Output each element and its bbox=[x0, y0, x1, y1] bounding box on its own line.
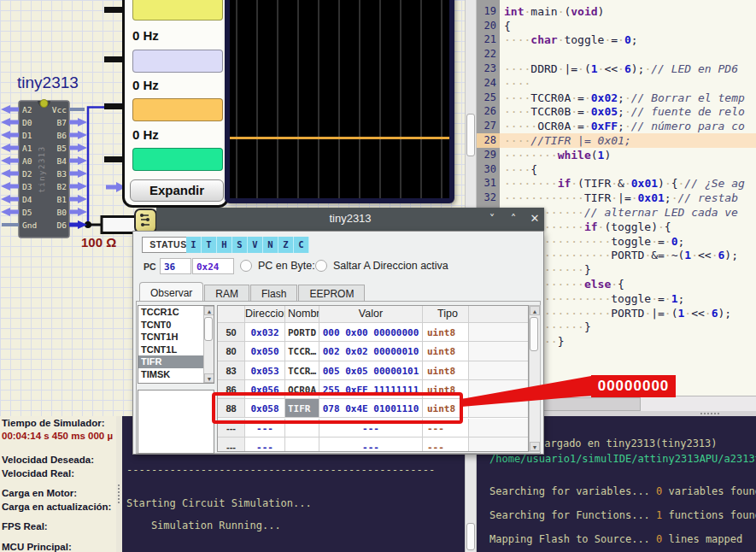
maximize-icon[interactable]: ˄ bbox=[506, 211, 521, 226]
register-list[interactable]: TCCR1CTCNT0TCNT1HTCNT1LTIFRTIMSKUBRRH ▲ … bbox=[138, 305, 214, 384]
code-line[interactable]: 24···· bbox=[477, 76, 756, 91]
log-line: ----------------------------------------… bbox=[126, 464, 435, 476]
probe-channel-bar[interactable] bbox=[132, 0, 223, 21]
table-row[interactable]: 860x056OCR0A255 0xFF 11111111uint8 bbox=[218, 380, 528, 399]
register-list-scrollbar[interactable]: ▲ ▼ bbox=[203, 306, 214, 383]
code-line[interactable]: 27·····OCR0A·=·0xFF;·// número para co bbox=[477, 119, 756, 133]
pin-d4[interactable]: D4 bbox=[1, 195, 32, 204]
value-cell: 255 0xFF 11111111 bbox=[319, 380, 423, 399]
register-item[interactable]: UBRRH bbox=[138, 381, 214, 384]
code-line[interactable]: 30····{ bbox=[477, 162, 756, 177]
flag-n[interactable]: N bbox=[263, 237, 278, 253]
tab-ram[interactable]: RAM bbox=[204, 285, 249, 302]
status-label: MCU Principal: bbox=[2, 542, 72, 552]
minimize-icon[interactable]: ˅ bbox=[484, 211, 500, 226]
register-item[interactable]: TCCR1C bbox=[138, 306, 214, 319]
pin-b7[interactable]: B7 bbox=[57, 118, 87, 127]
table-header-row: DireccionNombreValorTipo bbox=[218, 306, 528, 325]
pin-d6[interactable]: D6 bbox=[57, 220, 87, 230]
register-name-cell: TIFR bbox=[285, 399, 319, 418]
register-item[interactable]: TIFR bbox=[138, 355, 214, 368]
filler-cell bbox=[469, 419, 528, 437]
table-row[interactable]: ------------ bbox=[218, 437, 528, 452]
code-line[interactable]: 26····TCCR0B·=·0x05;·// fuente de relo bbox=[477, 104, 756, 119]
flag-t[interactable]: T bbox=[202, 237, 217, 253]
pc-hex-field[interactable]: 0x24 bbox=[192, 258, 234, 274]
wire-vcc[interactable] bbox=[88, 108, 105, 226]
tab-observar[interactable]: Observar bbox=[139, 282, 203, 302]
svg-text:A1: A1 bbox=[22, 144, 32, 153]
code-line[interactable]: 20{ bbox=[477, 19, 756, 33]
line-number: 22 bbox=[477, 47, 500, 62]
pin-b1[interactable]: B1 bbox=[57, 195, 87, 204]
status-label: FPS Real: bbox=[2, 521, 48, 531]
watch-table[interactable]: DireccionNombreValorTipo500x032PORTD000 … bbox=[217, 305, 529, 452]
code-line[interactable]: 31········if·(TIFR·&·0x01)·{·// ¿Se ag bbox=[477, 176, 756, 191]
flag-v[interactable]: V bbox=[248, 237, 263, 253]
code-line[interactable]: 25····TCCR0A·=·0x02;·// Borrar el temp bbox=[477, 91, 756, 105]
svg-text:D1: D1 bbox=[22, 131, 32, 140]
register-item[interactable]: TCNT1H bbox=[138, 331, 214, 344]
flag-z[interactable]: Z bbox=[278, 237, 294, 253]
tab-eeprom[interactable]: EEPROM bbox=[298, 285, 365, 302]
scrollbar-thumb[interactable] bbox=[466, 114, 475, 156]
pc-bytes-radio-label[interactable]: PC en Byte: bbox=[258, 260, 315, 272]
pin-d3[interactable]: D3 bbox=[1, 182, 32, 191]
close-icon[interactable]: ✕ bbox=[527, 211, 542, 226]
pin-b3[interactable]: B3 bbox=[57, 169, 87, 179]
line-number: 21 bbox=[477, 32, 500, 47]
pin-a0[interactable]: A0 bbox=[1, 156, 32, 166]
pin-d5[interactable]: D5 bbox=[1, 208, 32, 217]
flag-h[interactable]: H bbox=[217, 237, 232, 253]
code-line[interactable]: 21····char·toggle·=·0; bbox=[477, 32, 756, 47]
table-row[interactable]: 880x058TIFR078 0x4E 01001110uint8 bbox=[218, 399, 528, 418]
pc-bytes-radio[interactable] bbox=[240, 260, 252, 272]
tab-flash[interactable]: Flash bbox=[250, 285, 297, 302]
svg-text:B4: B4 bbox=[57, 156, 67, 166]
register-item[interactable]: TIMSK bbox=[138, 368, 214, 381]
code-line[interactable]: 28····//TIFR |= 0x01; bbox=[477, 133, 756, 148]
flag-c[interactable]: C bbox=[294, 237, 309, 253]
row-index-cell: 83 bbox=[218, 361, 245, 380]
svg-text:B2: B2 bbox=[57, 182, 67, 191]
flag-i[interactable]: I bbox=[186, 237, 202, 253]
pin-a2[interactable]: A2 bbox=[1, 105, 32, 115]
type-cell: uint8 bbox=[423, 380, 469, 399]
pin-b2[interactable]: B2 bbox=[57, 182, 87, 191]
jump-address-radio-label[interactable]: Saltar A Direccion activa bbox=[333, 260, 448, 272]
terminal-line: Mapping Flash to Source... 0 lines mappe… bbox=[489, 533, 742, 545]
probe-channel-bar[interactable] bbox=[132, 98, 223, 121]
mcu-chip[interactable]: tiny2313 A2D0D1A1A0D2D3D4D5GndVccB7B6B5B… bbox=[1, 100, 87, 238]
table-row[interactable]: 500x032PORTD000 0x00 00000000uint8 bbox=[218, 323, 528, 342]
code-line[interactable]: 19int·main·(void) bbox=[477, 4, 756, 19]
jump-address-radio[interactable] bbox=[315, 260, 327, 272]
dialog-body: STATUS ITHSVNZC PC 36 0x24 PC en Byte: S… bbox=[132, 231, 544, 455]
pin-d0[interactable]: D0 bbox=[1, 118, 32, 127]
probe-channel-bar[interactable] bbox=[132, 148, 223, 171]
watch-table-scrollbar[interactable]: ▲ ▼ bbox=[529, 305, 541, 452]
register-item[interactable]: TCNT0 bbox=[138, 319, 214, 332]
pin-b5[interactable]: B5 bbox=[57, 144, 87, 153]
pin-d1[interactable]: D1 bbox=[1, 131, 32, 140]
table-row[interactable]: 800x050TCCR…002 0x02 00000010uint8 bbox=[218, 342, 528, 361]
pin-d2[interactable]: D2 bbox=[1, 169, 32, 179]
dialog-titlebar[interactable]: tiny2313 ˅ ˄ ✕ bbox=[156, 208, 544, 231]
register-item[interactable]: TCNT1L bbox=[138, 344, 214, 356]
scrollbar-thumb[interactable] bbox=[466, 523, 475, 550]
code-line[interactable]: 32············TIFR·|=·0x01;·// restab bbox=[477, 191, 756, 205]
pin-b6[interactable]: B6 bbox=[57, 131, 87, 140]
flag-s[interactable]: S bbox=[232, 237, 248, 253]
pin-b0[interactable]: B0 bbox=[57, 208, 87, 217]
expand-button[interactable]: Expandir bbox=[130, 179, 224, 202]
code-line[interactable]: 23····DDRD·|=·(1·<<·6);·// LED en PD6 bbox=[477, 62, 756, 76]
probe-channel-bar[interactable] bbox=[132, 50, 223, 73]
oscilloscope-screen[interactable] bbox=[225, 0, 454, 203]
code-line[interactable]: 29········while(1) bbox=[477, 148, 756, 162]
left-panel-splitter[interactable] bbox=[116, 416, 122, 552]
table-row[interactable]: 830x053TCCR…005 0x05 00000101uint8 bbox=[218, 361, 528, 380]
table-row[interactable]: ------------ bbox=[218, 419, 528, 437]
pin-b4[interactable]: B4 bbox=[57, 156, 87, 166]
pc-decimal-field[interactable]: 36 bbox=[160, 258, 191, 274]
code-line[interactable]: 22 bbox=[477, 47, 756, 62]
pin-a1[interactable]: A1 bbox=[1, 144, 32, 153]
